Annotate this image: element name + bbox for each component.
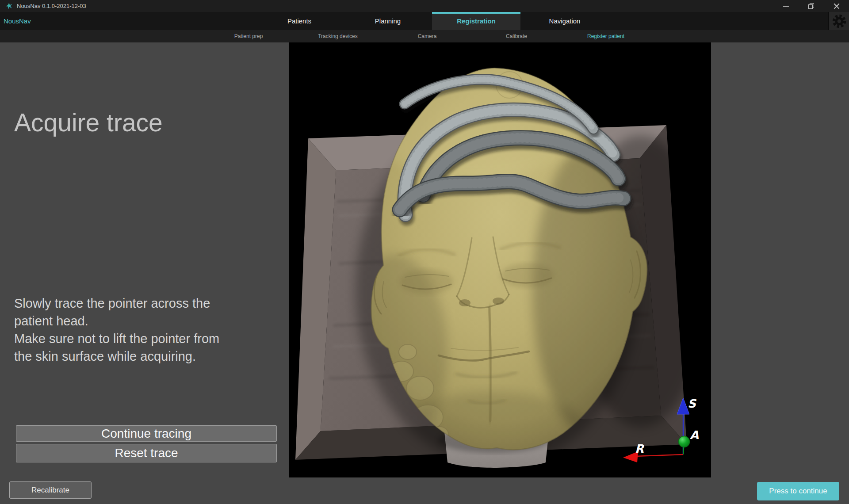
step-calibrate[interactable]: Calibrate xyxy=(472,30,561,42)
close-icon[interactable] xyxy=(824,0,849,12)
step-camera[interactable]: Camera xyxy=(382,30,472,42)
tab-navigation[interactable]: Navigation xyxy=(520,12,609,30)
settings-button[interactable] xyxy=(828,12,849,30)
step-patient-prep[interactable]: Patient prep xyxy=(204,30,293,42)
instructions-text: Slowly trace the pointer across the pati… xyxy=(14,294,275,365)
anterior-axis-sphere xyxy=(679,436,690,447)
axis-label-superior: S xyxy=(688,397,697,410)
tab-registration[interactable]: Registration xyxy=(432,12,520,30)
gear-icon xyxy=(832,14,847,29)
axis-label-right: R xyxy=(635,442,645,455)
tab-planning[interactable]: Planning xyxy=(344,12,432,30)
titlebar: NousNav 0.1.0-2021-12-03 xyxy=(0,0,849,12)
main-navbar: NousNav Patients Planning Registration N… xyxy=(0,12,849,30)
recalibrate-button[interactable]: Recalibrate xyxy=(9,481,92,499)
tab-patients[interactable]: Patients xyxy=(255,12,344,30)
3d-view[interactable]: S A R xyxy=(289,42,711,477)
main-tabs: Patients Planning Registration Navigatio… xyxy=(255,12,609,30)
page-title: Acquire trace xyxy=(14,108,163,137)
axis-label-anterior: A xyxy=(690,428,699,442)
step-register-patient[interactable]: Register patient xyxy=(561,30,650,42)
brand-label: NousNav xyxy=(4,12,31,30)
step-tracking-devices[interactable]: Tracking devices xyxy=(293,30,382,42)
registration-steps: Patient prep Tracking devices Camera Cal… xyxy=(0,30,849,42)
nousnav-star-icon xyxy=(5,2,13,10)
3d-scene: S A R xyxy=(289,42,711,477)
reset-trace-button[interactable]: Reset trace xyxy=(16,444,277,462)
restore-icon[interactable] xyxy=(799,0,824,12)
continue-tracing-button[interactable]: Continue tracing xyxy=(16,425,277,442)
press-to-continue-button[interactable]: Press to continue xyxy=(757,482,839,500)
minimize-icon[interactable] xyxy=(773,0,799,12)
window-title: NousNav 0.1.0-2021-12-03 xyxy=(17,3,86,9)
